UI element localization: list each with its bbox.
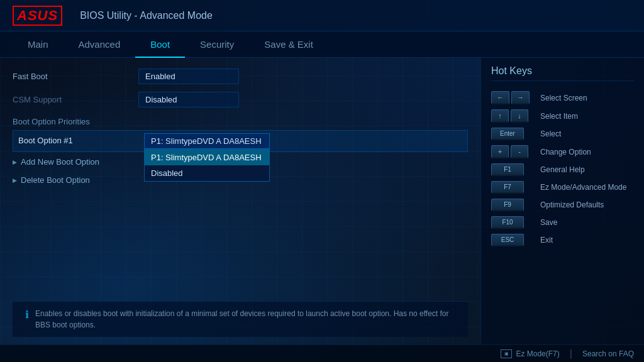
hotkey-change-option: + - Change Option [491, 143, 634, 161]
header-title: BIOS Utility - Advanced Mode [80, 10, 213, 21]
search-status[interactable]: Search on FAQ [582, 349, 634, 358]
boot-option-1-dropdown[interactable]: P1: SlimtypeDVD A DA8AESH P1: SlimtypeDV… [144, 133, 270, 149]
logo: ASUS [13, 6, 62, 26]
hotkey-select-item: ↑ ↓ Select Item [491, 107, 634, 125]
hotkey-keys-enter: Enter [491, 128, 535, 140]
key-up[interactable]: ↑ [491, 109, 509, 123]
boot-option-1-label: Boot Option #1 [18, 133, 144, 145]
fast-boot-value[interactable]: Enabled [138, 69, 239, 84]
ez-mode-icon: ▣ [501, 349, 512, 358]
fast-boot-row: Fast Boot Enabled [13, 65, 468, 87]
key-f1[interactable]: F1 [491, 163, 524, 176]
tab-save-exit[interactable]: Save & Exit [249, 31, 328, 58]
header: ASUS BIOS Utility - Advanced Mode [0, 0, 644, 31]
key-f10[interactable]: F10 [491, 216, 524, 229]
dropdown-item-1[interactable]: Disabled [145, 165, 269, 181]
dropdown-item-0[interactable]: P1: SlimtypeDVD A DA8AESH [145, 150, 269, 165]
hotkey-label-save: Save [540, 218, 557, 227]
hotkey-label-optimized: Optimized Defaults [540, 200, 604, 209]
dropdown-selected[interactable]: P1: SlimtypeDVD A DA8AESH [144, 133, 270, 149]
csm-support-row: CSM Support Disabled [13, 89, 468, 111]
hotkey-label-select: Select [540, 129, 561, 138]
key-f7[interactable]: F7 [491, 181, 524, 194]
hotkey-keys-f1: F1 [491, 163, 535, 176]
csm-support-label: CSM Support [13, 95, 138, 104]
hotkey-f1: F1 General Help [491, 161, 634, 178]
key-enter[interactable]: Enter [491, 128, 524, 140]
hotkey-keys-arrows-lr: ← → [491, 91, 535, 104]
hotkey-label-general-help: General Help [540, 165, 585, 174]
tab-advanced[interactable]: Advanced [64, 31, 136, 58]
hotkey-keys-arrows-ud: ↑ ↓ [491, 109, 535, 123]
hotkey-label-select-screen: Select Screen [540, 94, 587, 102]
key-minus[interactable]: - [511, 145, 528, 158]
hotkey-label-ez-mode: Ez Mode/Advanced Mode [540, 183, 626, 192]
hotkey-keys-f10: F10 [491, 216, 535, 229]
status-separator: | [570, 348, 572, 359]
key-left[interactable]: ← [491, 91, 509, 104]
left-panel: Fast Boot Enabled CSM Support Disabled B… [0, 58, 480, 344]
fast-boot-label: Fast Boot [13, 72, 138, 81]
status-bar: ▣ Ez Mode(F7) | Search on FAQ [0, 344, 644, 362]
dropdown-list: P1: SlimtypeDVD A DA8AESH Disabled [144, 149, 270, 182]
key-down[interactable]: ↓ [511, 109, 528, 123]
info-text: Enables or disables boot with initializa… [35, 308, 455, 331]
info-icon: ℹ [25, 309, 29, 321]
logo-text: ASUS [13, 6, 62, 26]
search-label: Search on FAQ [582, 349, 634, 358]
hotkey-keys-esc: ESC [491, 234, 535, 246]
hotkey-label-select-item: Select Item [540, 112, 578, 121]
hotkey-f7: F7 Ez Mode/Advanced Mode [491, 178, 634, 196]
tab-boot[interactable]: Boot [135, 31, 185, 58]
hotkey-label-change-option: Change Option [540, 148, 591, 156]
info-bar: ℹ Enables or disables boot with initiali… [13, 301, 468, 337]
hotkey-enter: Enter Select [491, 125, 634, 143]
key-plus[interactable]: + [491, 145, 509, 158]
ez-mode-label: Ez Mode(F7) [516, 349, 559, 358]
tab-security[interactable]: Security [185, 31, 249, 58]
key-esc[interactable]: ESC [491, 234, 524, 246]
hotkey-select-screen: ← → Select Screen [491, 89, 634, 107]
hotkey-label-exit: Exit [540, 236, 553, 244]
hotkey-keys-plus-minus: + - [491, 145, 535, 158]
hotkey-keys-f7: F7 [491, 181, 535, 194]
key-f9[interactable]: F9 [491, 199, 524, 211]
ez-mode-status[interactable]: ▣ Ez Mode(F7) [501, 349, 559, 358]
boot-option-1-row: Boot Option #1 P1: SlimtypeDVD A DA8AESH… [13, 130, 468, 152]
key-right[interactable]: → [511, 91, 530, 104]
csm-support-value[interactable]: Disabled [138, 92, 239, 107]
hotkey-f10: F10 Save [491, 214, 634, 231]
tab-main[interactable]: Main [13, 31, 64, 58]
hotkeys-title: Hot Keys [491, 65, 634, 81]
main-area: Fast Boot Enabled CSM Support Disabled B… [0, 58, 644, 344]
section-boot-priorities: Boot Option Priorities [13, 112, 468, 129]
right-panel: Hot Keys ← → Select Screen ↑ ↓ Select It… [480, 58, 644, 344]
nav-tabs: Main Advanced Boot Security Save & Exit [0, 31, 644, 58]
hotkey-keys-f9: F9 [491, 199, 535, 211]
hotkey-f9: F9 Optimized Defaults [491, 196, 634, 214]
hotkey-esc: ESC Exit [491, 231, 634, 249]
